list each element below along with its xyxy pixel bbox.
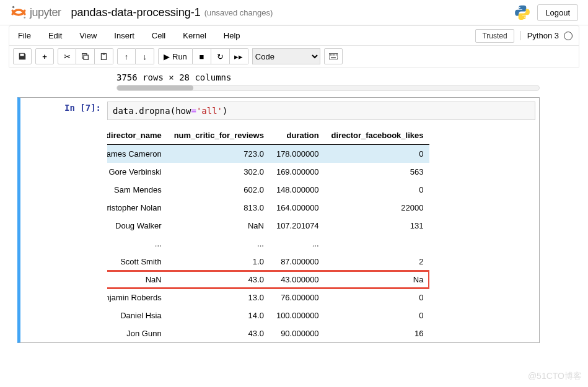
svg-point-3	[524, 17, 525, 18]
menu-container: File Edit View Insert Cell Kernel Help T…	[9, 25, 579, 67]
save-button[interactable]	[13, 48, 32, 64]
menu-insert[interactable]: Insert	[105, 27, 143, 44]
menu-file[interactable]: File	[9, 27, 40, 44]
table-row: 1ColorGore Verbinski302.0169.000000563	[107, 163, 429, 181]
svg-point-2	[519, 7, 520, 8]
table-row: 5042ColorJon Gunn43.090.00000016	[107, 324, 429, 342]
stop-icon: ■	[199, 52, 204, 61]
table-row: 0ColorJames Cameron723.0178.0000000	[107, 145, 429, 163]
svg-rect-11	[333, 54, 334, 56]
restart-icon: ↻	[217, 52, 224, 61]
restart-button[interactable]: ↻	[211, 48, 230, 64]
trusted-indicator[interactable]: Trusted	[475, 29, 514, 43]
cell-type-select[interactable]: Code	[252, 48, 320, 64]
toolbar: + ✂ ↑ ↓ ▶Run ■ ↻ ▸▸ Code	[9, 45, 579, 67]
notebook-area: 3756 rows × 28 columns In [7]: data.drop…	[0, 72, 588, 343]
table-row: 4NaNDoug WalkerNaN107.201074131	[107, 217, 429, 235]
run-button[interactable]: ▶Run	[158, 48, 193, 64]
code-input[interactable]: data.dropna(how='all')	[107, 102, 535, 120]
table-row: 3ColorChristopher Nolan813.0164.00000022…	[107, 199, 429, 217]
cut-icon: ✂	[64, 52, 71, 61]
interrupt-button[interactable]: ■	[193, 48, 211, 64]
menu-kernel[interactable]: Kernel	[174, 27, 215, 44]
kernel-indicator[interactable]: Python 3	[520, 31, 573, 40]
paste-icon	[100, 53, 108, 61]
kernel-name: Python 3	[527, 31, 559, 40]
notebook-name[interactable]: pandas-data-processing-1	[71, 6, 201, 19]
table-row: 5039ColorNaN43.043.000000Na	[107, 271, 429, 289]
menu-help[interactable]: Help	[215, 27, 249, 44]
python-icon	[514, 4, 531, 21]
table-row: ...............	[107, 235, 429, 253]
cut-button[interactable]: ✂	[58, 48, 76, 64]
menubar: File Edit View Insert Cell Kernel Help T…	[9, 26, 579, 45]
dataframe-table: colordirector_namenum_critic_for_reviews…	[107, 126, 429, 342]
column-header: director_facebook_likes	[325, 126, 430, 145]
code-cell[interactable]: In [7]: data.dropna(how='all') Out[7]: c…	[17, 97, 540, 343]
run-icon: ▶	[164, 52, 170, 61]
add-cell-button[interactable]: +	[35, 48, 54, 64]
svg-rect-8	[329, 53, 338, 59]
svg-rect-9	[330, 54, 331, 56]
table-row: 5041ColorDaniel Hsia14.0100.0000000	[107, 307, 429, 324]
plus-icon: +	[42, 52, 47, 61]
output-dataframe: colordirector_namenum_critic_for_reviews…	[107, 124, 429, 342]
svg-rect-10	[331, 54, 333, 56]
paste-button[interactable]	[95, 48, 113, 64]
jupyter-icon	[10, 4, 27, 21]
fast-forward-icon: ▸▸	[234, 52, 243, 61]
column-header: duration	[270, 126, 325, 145]
move-up-button[interactable]: ↑	[117, 48, 136, 64]
restart-run-all-button[interactable]: ▸▸	[230, 48, 248, 64]
svg-point-1	[24, 17, 25, 19]
column-header: num_critic_for_reviews	[168, 126, 270, 145]
copy-button[interactable]	[76, 48, 95, 64]
menu-cell[interactable]: Cell	[143, 27, 174, 44]
arrow-down-icon: ↓	[143, 52, 147, 61]
unsaved-label: (unsaved changes)	[204, 8, 273, 17]
dataframe-shape-summary: 3756 rows × 28 columns	[116, 72, 540, 82]
table-row: 5040ColorBenjamin Roberds13.076.0000000	[107, 289, 429, 307]
svg-rect-12	[334, 54, 335, 56]
table-row: 2ColorSam Mendes602.0148.0000000	[107, 181, 429, 199]
keyboard-icon	[329, 53, 338, 59]
scrollbar-thumb[interactable]	[117, 85, 193, 90]
menu-edit[interactable]: Edit	[40, 27, 71, 44]
logout-button[interactable]: Logout	[537, 4, 578, 21]
logo-text: jupyter	[30, 6, 61, 19]
menu-view[interactable]: View	[71, 27, 105, 44]
save-icon	[18, 52, 27, 61]
copy-icon	[81, 53, 89, 61]
header: jupyter pandas-data-processing-1 (unsave…	[0, 0, 588, 25]
arrow-up-icon: ↑	[125, 52, 129, 61]
in-prompt: In [7]:	[20, 103, 101, 113]
output-h-scrollbar[interactable]	[116, 85, 540, 91]
svg-point-0	[12, 6, 15, 9]
command-palette-button[interactable]	[324, 48, 343, 64]
kernel-idle-icon	[564, 32, 573, 40]
svg-rect-13	[336, 54, 337, 56]
logo[interactable]: jupyter	[10, 4, 61, 21]
column-header: director_name	[107, 126, 168, 145]
table-row: 5038ColorScott Smith1.087.0000002	[107, 253, 429, 271]
move-down-button[interactable]: ↓	[136, 48, 154, 64]
svg-rect-7	[103, 53, 105, 54]
svg-rect-5	[84, 55, 88, 59]
svg-rect-14	[331, 58, 336, 59]
